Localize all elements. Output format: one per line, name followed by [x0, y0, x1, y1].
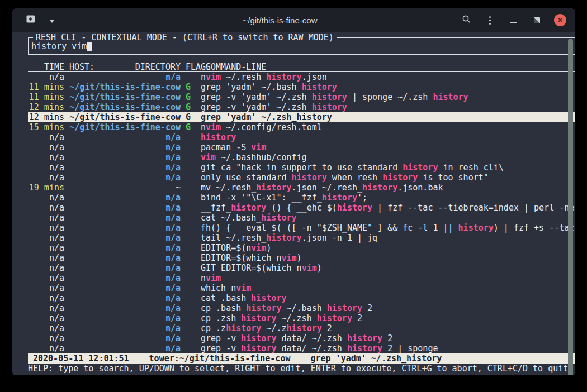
row-command: EDITOR=$(nvim) [201, 243, 575, 253]
row-time: 15 mins [28, 122, 64, 132]
row-command: GIT_EDITOR=$(which nvim) [201, 263, 575, 273]
row-directory: ~ [69, 183, 181, 193]
history-row[interactable]: n/an/aEDITOR=$(which nvim) [28, 253, 575, 263]
row-command: cp .bash_history ~/.bash_history_2 [201, 303, 575, 313]
row-flags [186, 233, 201, 243]
row-time: n/a [28, 293, 64, 303]
history-row[interactable]: n/an/acp .zsh_history ~/.zsh_history_2 [28, 313, 575, 323]
row-time: n/a [28, 72, 64, 82]
tab-switcher-button[interactable] [46, 13, 58, 27]
row-directory: ~/git/this-is-fine-cow [69, 102, 181, 112]
row-time: n/a [28, 283, 64, 293]
row-time: n/a [28, 203, 64, 213]
history-row[interactable]: n/an/acat ~/.bash_history [28, 213, 575, 223]
history-row[interactable]: n/an/aEDITOR=$(nvim) [28, 243, 575, 253]
row-flags [186, 203, 201, 213]
history-row[interactable]: n/an/a__fzf_history () { __ehc $(history… [28, 203, 575, 213]
minimize-button[interactable] [507, 13, 519, 27]
row-directory: n/a [69, 142, 181, 152]
text-cursor [87, 41, 92, 51]
history-row[interactable]: n/an/anvim [28, 273, 575, 283]
restore-button[interactable] [531, 13, 543, 27]
header-command-line: COMMAND-LINE [206, 62, 266, 71]
history-row[interactable]: 19 mins~mv ~/.resh_history.json ~/.resh_… [28, 183, 575, 193]
history-row[interactable]: 12 mins~/git/this-is-fine-cowGgrep -v 'y… [28, 102, 575, 112]
search-button[interactable] [460, 13, 472, 27]
row-flags [186, 293, 201, 303]
row-directory: n/a [69, 253, 181, 263]
history-row[interactable]: n/an/agrep -v history_data/ ~/.zsh_histo… [28, 333, 575, 343]
terminal-content: RESH CLI - CONTEXTUAL MODE - (CTRL+R to … [12, 37, 575, 375]
row-time: n/a [28, 333, 64, 343]
row-command: nvim [201, 273, 575, 283]
history-row-selected[interactable]: 12 mins~/git/this-is-fine-cowGgrep 'yadm… [28, 112, 575, 122]
row-directory: n/a [69, 343, 181, 353]
search-query-text: history vim [31, 41, 87, 51]
row-flags [186, 72, 201, 82]
history-row[interactable]: n/an/acp .zhistory ~/.zhistory_2 [28, 323, 575, 333]
history-row[interactable]: n/an/atail ~/.resh_history.json -n 1 | j… [28, 233, 575, 243]
row-time: 11 mins [28, 92, 64, 102]
history-row[interactable]: n/an/afh() { eval $( ([ -n "$ZSH_NAME" ]… [28, 223, 575, 233]
history-row[interactable]: n/an/abind -x '"\C-x1": __fzf_history'; [28, 193, 575, 203]
menu-button[interactable] [484, 13, 496, 27]
row-time: 12 mins [28, 102, 64, 112]
status-command: grep 'yadm' ~/.zsh_history [310, 353, 442, 364]
new-tab-button[interactable] [25, 13, 37, 27]
row-time: n/a [28, 273, 64, 283]
history-row[interactable]: n/an/aonly use standard history when res… [28, 173, 575, 183]
row-directory: n/a [69, 233, 181, 243]
terminal-window: ~/git/this-is-fine-cow ✕ RESH CLI - C [12, 8, 575, 375]
history-row[interactable]: 11 mins~/git/this-is-fine-cowGgrep -v 'y… [28, 92, 575, 102]
row-time: n/a [28, 253, 64, 263]
row-directory: n/a [69, 303, 181, 313]
row-directory: ~/git/this-is-fine-cow [69, 112, 181, 122]
row-flags [186, 273, 201, 283]
row-flags: G [186, 112, 201, 122]
row-flags [186, 263, 201, 273]
row-command: grep -v history_data/ ~/.zsh_history_2 [201, 333, 575, 343]
row-command: grep -v history_data/ ~/.zsh_history_2 |… [201, 343, 575, 353]
row-command: history [201, 132, 575, 142]
history-row[interactable]: n/an/ahistory [28, 132, 575, 142]
row-command: nvim ~/.config/resh.toml [201, 122, 575, 132]
row-time: n/a [28, 152, 64, 162]
row-directory: n/a [69, 323, 181, 333]
resh-search-panel: RESH CLI - CONTEXTUAL MODE - (CTRL+R to … [28, 37, 575, 55]
kebab-menu-icon [489, 16, 491, 25]
row-command: which nvim [201, 283, 575, 293]
row-flags [186, 213, 201, 223]
row-directory: n/a [69, 263, 181, 273]
history-row[interactable]: n/an/agit ca "hack in support to use sta… [28, 162, 575, 173]
row-command: grep -v 'yadm' ~/.zsh_history | sponge ~… [201, 92, 575, 102]
scrollbar-thumb[interactable] [568, 39, 573, 375]
status-location: tower:~/git/this-is-fine-cow [149, 353, 291, 364]
history-row[interactable]: n/an/agrep -v history_data/ ~/.zsh_histo… [28, 343, 575, 353]
row-flags [186, 132, 201, 142]
row-time: n/a [28, 343, 64, 353]
row-command: only use standard history when resh hist… [201, 173, 575, 183]
history-row[interactable]: n/an/avim ~/.bashhub/config [28, 152, 575, 162]
row-time: n/a [28, 162, 64, 173]
history-row[interactable]: n/an/anvim ~/.resh_history.json [28, 72, 575, 82]
row-directory: n/a [69, 293, 181, 303]
close-button[interactable]: ✕ [554, 13, 566, 27]
history-row[interactable]: n/an/apacman -S vim [28, 142, 575, 152]
history-row[interactable]: n/an/acp .bash_history ~/.bash_history_2 [28, 303, 575, 313]
row-time: n/a [28, 313, 64, 323]
row-directory: n/a [69, 273, 181, 283]
row-flags [186, 313, 201, 323]
history-row[interactable]: 15 mins~/git/this-is-fine-cowGnvim ~/.co… [28, 122, 575, 132]
row-time: n/a [28, 323, 64, 333]
history-row[interactable]: n/an/aGIT_EDITOR=$(which nvim) [28, 263, 575, 273]
chevron-down-icon [49, 15, 55, 25]
row-command: grep 'yadm' ~/.zsh_history [201, 112, 575, 122]
history-row[interactable]: n/an/acat .bash_history [28, 293, 575, 303]
row-flags [186, 253, 201, 263]
row-time: n/a [28, 193, 64, 203]
row-flags [186, 323, 201, 333]
row-command: fh() { eval $( ([ -n "$ZSH_NAME" ] && fc… [201, 223, 575, 233]
history-row[interactable]: 11 mins~/git/this-is-fine-cowGgrep 'yadm… [28, 82, 575, 92]
row-directory: n/a [69, 162, 181, 173]
history-row[interactable]: n/an/awhich nvim [28, 283, 575, 293]
